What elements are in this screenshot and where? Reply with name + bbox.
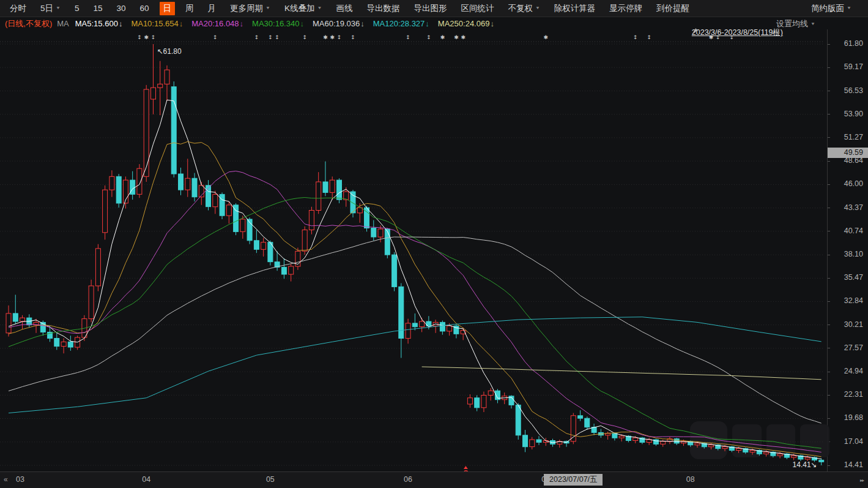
candle[interactable]	[392, 255, 397, 287]
candle[interactable]	[144, 89, 149, 176]
candle[interactable]	[481, 396, 486, 408]
candle[interactable]	[619, 436, 624, 438]
scroll-left-button[interactable]: «	[4, 475, 8, 484]
toolbar-item-5日[interactable]: 5日▼	[37, 2, 64, 15]
candle[interactable]	[213, 194, 218, 206]
candle[interactable]	[536, 440, 541, 442]
candle[interactable]	[516, 405, 521, 435]
candle[interactable]	[385, 229, 390, 255]
toolbar-item-5[interactable]: 5	[71, 2, 83, 14]
candle[interactable]	[578, 416, 583, 418]
toolbar-item-30[interactable]: 30	[113, 2, 129, 14]
candle[interactable]	[805, 457, 810, 459]
candle[interactable]	[220, 194, 224, 216]
candle[interactable]	[571, 416, 576, 441]
toolbar-item-更多周期[interactable]: 更多周期▼	[226, 2, 274, 15]
toolbar-item-15[interactable]: 15	[89, 2, 106, 14]
candle[interactable]	[95, 249, 100, 286]
candle[interactable]	[316, 182, 321, 211]
candle[interactable]	[89, 286, 94, 319]
candle[interactable]	[309, 211, 314, 230]
scroll-right-button[interactable]: ▸▸	[860, 478, 864, 483]
event-marker-star[interactable]: ✱	[144, 34, 149, 40]
candle[interactable]	[130, 180, 135, 194]
candle[interactable]	[378, 229, 383, 237]
candle[interactable]	[750, 451, 755, 452]
candle[interactable]	[234, 205, 239, 232]
candle[interactable]	[289, 266, 294, 274]
event-marker-star[interactable]: ✱	[461, 34, 466, 40]
candle[interactable]	[371, 228, 376, 238]
candle[interactable]	[337, 180, 342, 200]
toolbar-item-区间统计[interactable]: 区间统计	[457, 2, 497, 15]
event-marker-arrow[interactable]: ↕	[647, 34, 651, 40]
candle[interactable]	[661, 441, 666, 444]
candle[interactable]	[302, 230, 307, 251]
event-marker-arrow[interactable]: ↕	[302, 34, 307, 40]
split-marker[interactable]: S	[464, 469, 468, 471]
pin-icon[interactable]	[692, 28, 699, 34]
event-marker-arrow[interactable]: ↕	[275, 34, 280, 40]
layout-switch-button[interactable]: 简约版面▼	[807, 2, 855, 15]
candle[interactable]	[330, 180, 335, 192]
toolbar-item-不复权[interactable]: 不复权▼	[504, 2, 543, 15]
candle[interactable]	[440, 322, 445, 331]
candle[interactable]	[447, 326, 452, 331]
event-marker-star[interactable]: ✱	[440, 34, 445, 40]
candle[interactable]	[323, 182, 328, 192]
event-marker-arrow[interactable]: ↕	[633, 34, 638, 40]
candle[interactable]	[165, 70, 169, 84]
candle[interactable]	[116, 176, 121, 203]
event-marker-arrow[interactable]: ↕	[406, 34, 410, 40]
chart-area[interactable]: ↕✱↕↕↕↕↕↕✱✱↕↕↕↕✱✱✱✱↕↕✱↕↕↖61.8014.41↘S 202…	[0, 29, 827, 471]
candle[interactable]	[674, 439, 679, 443]
candle[interactable]	[185, 178, 190, 190]
event-marker-arrow[interactable]: ↕	[151, 34, 156, 40]
event-marker-arrow[interactable]: ↕	[268, 34, 273, 40]
candle[interactable]	[764, 452, 769, 454]
toolbar-item-显示停牌[interactable]: 显示停牌	[606, 2, 646, 15]
toolbar-item-K线叠加[interactable]: K线叠加▼	[281, 2, 325, 15]
candle[interactable]	[151, 88, 156, 99]
toolbar-item-月[interactable]: 月	[204, 2, 220, 15]
candle[interactable]	[54, 339, 59, 347]
candle[interactable]	[585, 418, 590, 427]
event-marker-arrow[interactable]: ↕	[426, 34, 431, 40]
candle[interactable]	[488, 391, 493, 395]
event-marker-arrow[interactable]: ↕	[137, 34, 142, 40]
event-marker-star[interactable]: ✱	[454, 34, 459, 40]
candle[interactable]	[171, 87, 176, 174]
candle[interactable]	[226, 205, 231, 216]
candle[interactable]	[695, 443, 700, 445]
candle[interactable]	[68, 342, 73, 347]
event-marker-arrow[interactable]: ↕	[213, 34, 218, 40]
toolbar-item-除权计算器[interactable]: 除权计算器	[551, 2, 599, 15]
candle[interactable]	[412, 323, 417, 327]
toolbar-item-分时[interactable]: 分时	[6, 2, 30, 15]
event-marker-star[interactable]: ✱	[544, 34, 549, 40]
candle[interactable]	[606, 434, 610, 435]
candle[interactable]	[254, 241, 259, 250]
candle[interactable]	[281, 267, 286, 274]
event-marker-arrow[interactable]: ↕	[351, 34, 355, 40]
candle[interactable]	[61, 342, 66, 346]
candle[interactable]	[192, 178, 197, 197]
candle[interactable]	[819, 460, 824, 462]
candle[interactable]	[467, 398, 472, 404]
candle[interactable]	[777, 454, 782, 456]
candle[interactable]	[158, 84, 163, 88]
kline-chart[interactable]: ↕✱↕↕↕↕↕↕✱✱↕↕↕↕✱✱✱✱↕↕✱↕↕↖61.8014.41↘S	[0, 29, 827, 471]
candle[interactable]	[20, 318, 25, 321]
event-marker-arrow[interactable]: ↕	[337, 34, 342, 40]
toolbar-item-画线[interactable]: 画线	[332, 2, 356, 15]
candle[interactable]	[475, 398, 480, 408]
candle[interactable]	[523, 435, 528, 447]
candle[interactable]	[406, 323, 410, 339]
candle[interactable]	[240, 219, 245, 231]
event-marker-star[interactable]: ✱	[330, 34, 335, 40]
toolbar-item-周[interactable]: 周	[182, 2, 198, 15]
toolbar-item-日[interactable]: 日	[160, 2, 176, 15]
candle[interactable]	[722, 447, 727, 449]
candle[interactable]	[6, 313, 11, 333]
candle[interactable]	[530, 440, 535, 447]
